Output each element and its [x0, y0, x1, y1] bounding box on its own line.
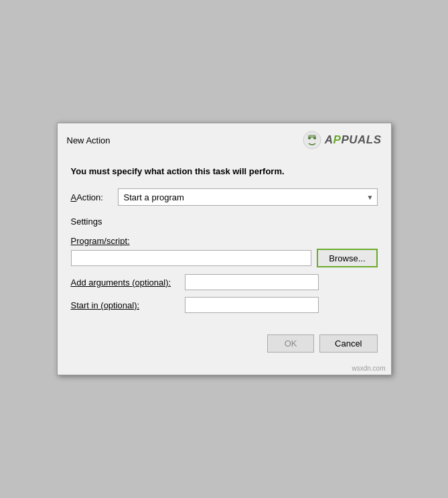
new-action-dialog: New Action APPUALS You must specify what…	[57, 123, 392, 375]
browse-button[interactable]: Browse...	[317, 249, 377, 267]
start-in-row: Start in (optional):	[71, 297, 378, 313]
site-watermark: wsxdn.com	[58, 363, 391, 375]
svg-point-0	[303, 131, 321, 149]
svg-rect-3	[308, 135, 316, 138]
warning-message: You must specify what action this task w…	[71, 165, 378, 178]
action-label: AAction:	[71, 192, 111, 202]
start-in-input[interactable]	[185, 297, 319, 313]
settings-title: Settings	[71, 216, 378, 227]
dialog-body: You must specify what action this task w…	[58, 154, 391, 328]
settings-group: Settings Program/script: Browse... Add a…	[71, 216, 378, 320]
title-bar: New Action APPUALS	[58, 123, 391, 154]
ok-button[interactable]: OK	[267, 334, 314, 353]
cancel-button[interactable]: Cancel	[319, 334, 377, 353]
add-arguments-label: Add arguments (optional):	[71, 277, 178, 288]
action-select[interactable]: Start a program Send an e-mail Display a…	[118, 188, 378, 206]
program-script-section: Program/script: Browse...	[71, 236, 378, 267]
program-script-row: Browse...	[71, 249, 378, 267]
watermark-text: APPUALS	[325, 133, 382, 147]
dialog-title: New Action	[67, 135, 110, 145]
start-in-label: Start in (optional):	[71, 300, 178, 310]
program-script-input[interactable]	[71, 250, 312, 266]
mascot-icon	[302, 130, 322, 150]
add-arguments-input[interactable]	[185, 274, 319, 290]
add-arguments-row: Add arguments (optional):	[71, 274, 378, 290]
action-select-wrapper[interactable]: Start a program Send an e-mail Display a…	[118, 188, 378, 206]
action-row: AAction: Start a program Send an e-mail …	[71, 188, 378, 206]
dialog-footer: OK Cancel	[58, 328, 391, 363]
watermark: APPUALS	[302, 130, 382, 150]
program-script-label: Program/script:	[71, 236, 378, 246]
